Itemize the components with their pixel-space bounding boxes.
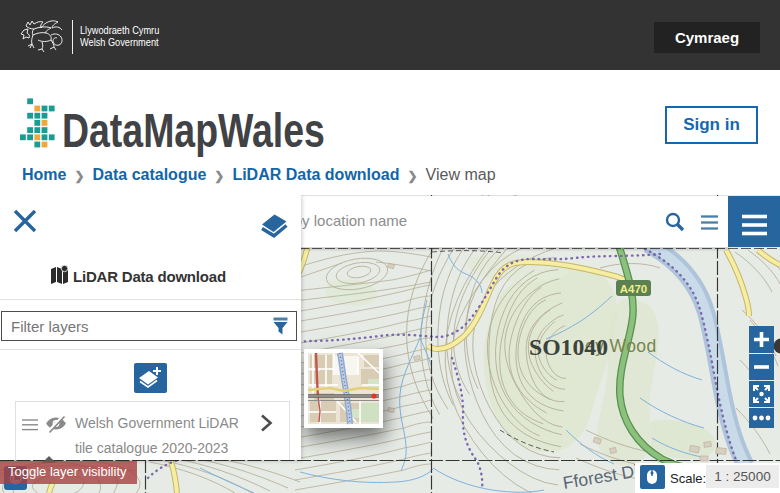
svg-text:SO1040: SO1040	[529, 334, 608, 360]
svg-text:A470: A470	[620, 283, 648, 295]
